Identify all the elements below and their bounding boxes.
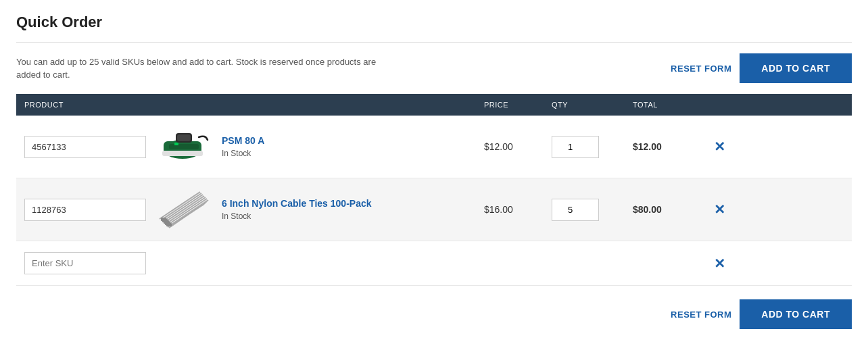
- svg-rect-4: [169, 144, 199, 149]
- qty-input-2[interactable]: [552, 199, 599, 221]
- svg-rect-5: [162, 151, 203, 156]
- total-cell-2: $80.00: [633, 204, 714, 215]
- col-header-action: [714, 101, 754, 109]
- product-status-2: In Stock: [222, 212, 251, 221]
- svg-rect-21: [161, 218, 166, 221]
- empty-sku-input[interactable]: [24, 252, 146, 274]
- table-row: PSM 80 A In Stock $12.00 $12.00 ✕: [16, 116, 852, 178]
- product-info-1: PSM 80 A In Stock: [222, 135, 264, 158]
- bottom-action-bar: RESET FORM ADD TO CART: [16, 299, 852, 329]
- price-cell-1: $12.00: [484, 141, 552, 152]
- total-cell-1: $12.00: [633, 141, 714, 152]
- col-header-qty: QTY: [552, 101, 633, 109]
- qty-input-1[interactable]: [552, 136, 599, 158]
- product-status-1: In Stock: [222, 149, 251, 158]
- sku-input-1[interactable]: [24, 136, 146, 158]
- remove-button-1[interactable]: ✕: [714, 139, 725, 155]
- product-info-2: 6 Inch Nylon Cable Ties 100-Pack In Stoc…: [222, 198, 372, 221]
- sander-icon: [157, 128, 211, 166]
- price-cell-2: $16.00: [484, 204, 552, 215]
- product-image-2: [157, 189, 211, 230]
- info-text: You can add up to 25 valid SKUs below an…: [16, 55, 395, 82]
- empty-remove-button[interactable]: ✕: [714, 255, 725, 272]
- page-container: Quick Order You can add up to 25 valid S…: [0, 0, 868, 343]
- remove-cell-1: ✕: [714, 139, 754, 155]
- col-header-total: TOTAL: [633, 101, 714, 109]
- empty-row: ✕: [16, 241, 852, 286]
- bottom-reset-button[interactable]: RESET FORM: [671, 310, 731, 320]
- product-name-1[interactable]: PSM 80 A: [222, 135, 264, 146]
- table-header: PRODUCT PRICE QTY TOTAL: [16, 94, 852, 116]
- page-title: Quick Order: [16, 14, 852, 31]
- svg-rect-20: [166, 223, 172, 226]
- top-buttons: RESET FORM ADD TO CART: [671, 53, 852, 83]
- product-name-2[interactable]: 6 Inch Nylon Cable Ties 100-Pack: [222, 198, 372, 209]
- bottom-add-to-cart-button[interactable]: ADD TO CART: [740, 299, 852, 329]
- svg-rect-6: [174, 143, 178, 145]
- svg-rect-3: [177, 134, 191, 141]
- col-header-price: PRICE: [484, 101, 552, 109]
- top-reset-button[interactable]: RESET FORM: [671, 64, 731, 74]
- cable-ties-icon: [157, 191, 211, 228]
- table-row: 6 Inch Nylon Cable Ties 100-Pack In Stoc…: [16, 178, 852, 241]
- top-add-to-cart-button[interactable]: ADD TO CART: [740, 53, 852, 83]
- product-cell-2: 6 Inch Nylon Cable Ties 100-Pack In Stoc…: [24, 189, 484, 230]
- qty-cell-1: [552, 136, 633, 158]
- remove-cell-2: ✕: [714, 201, 754, 218]
- empty-sku-cell: [24, 252, 484, 274]
- empty-remove-cell: ✕: [714, 255, 754, 272]
- remove-button-2[interactable]: ✕: [714, 201, 725, 218]
- product-cell-1: PSM 80 A In Stock: [24, 126, 484, 167]
- svg-line-7: [164, 196, 204, 223]
- qty-cell-2: [552, 199, 633, 221]
- top-action-bar: You can add up to 25 valid SKUs below an…: [16, 53, 852, 83]
- sku-input-2[interactable]: [24, 199, 146, 221]
- divider: [16, 42, 852, 43]
- product-image-1: [157, 126, 211, 167]
- col-header-product: PRODUCT: [24, 101, 484, 109]
